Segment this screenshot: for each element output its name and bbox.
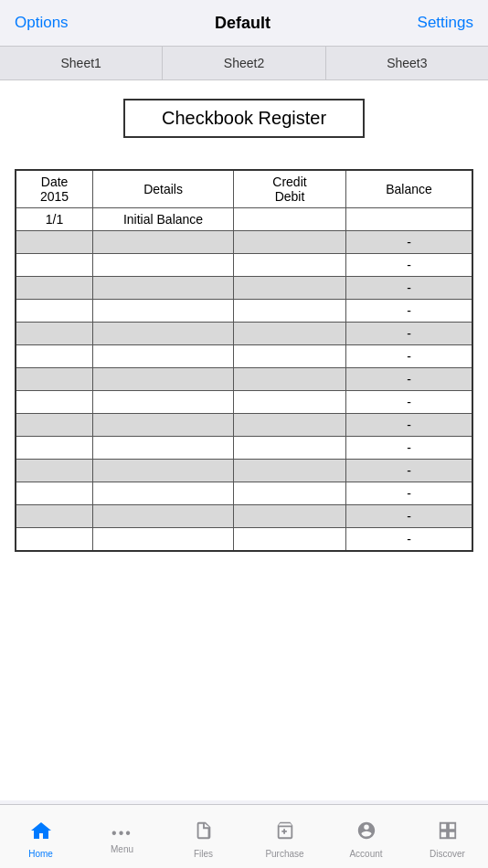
tab-sheet3[interactable]: Sheet3 <box>326 47 488 79</box>
tab-home[interactable]: Home <box>0 815 81 859</box>
tab-menu[interactable]: ••• Menu <box>81 820 163 854</box>
table-row[interactable]: - <box>16 460 472 482</box>
row-details <box>93 482 234 505</box>
row-date <box>16 414 93 437</box>
table-header-row: Date 2015 Details CreditDebit Balance <box>16 170 472 208</box>
table-row[interactable]: - <box>16 414 472 437</box>
account-icon <box>355 820 377 846</box>
row-credit <box>233 437 345 460</box>
header-credit-debit: CreditDebit <box>233 170 345 208</box>
tab-home-label: Home <box>28 849 53 859</box>
row-date <box>16 505 93 528</box>
row-details <box>93 528 234 552</box>
row-date <box>16 460 93 482</box>
row-balance: - <box>346 277 472 300</box>
initial-balance <box>346 208 472 231</box>
tab-account-label: Account <box>349 849 382 859</box>
row-date <box>16 368 93 391</box>
row-balance: - <box>346 300 472 323</box>
row-balance: - <box>346 528 472 552</box>
row-balance: - <box>346 460 472 482</box>
table-row[interactable]: - <box>16 528 472 552</box>
table-row[interactable]: - <box>16 254 472 277</box>
tab-account[interactable]: Account <box>325 815 407 859</box>
table-row[interactable]: - <box>16 231 472 254</box>
tab-files-label: Files <box>194 849 213 859</box>
table-row[interactable]: - <box>16 345 472 368</box>
table-row[interactable]: - <box>16 437 472 460</box>
row-balance: - <box>346 414 472 437</box>
row-balance: - <box>346 254 472 277</box>
options-button[interactable]: Options <box>15 14 69 32</box>
row-credit <box>233 414 345 437</box>
row-credit <box>233 300 345 323</box>
top-nav: Options Default Settings <box>0 0 488 46</box>
row-details <box>93 345 234 368</box>
register-title: Checkbook Register <box>162 108 326 129</box>
home-icon <box>29 820 53 846</box>
row-credit <box>233 460 345 482</box>
row-date <box>16 482 93 505</box>
row-details <box>93 277 234 300</box>
row-balance: - <box>346 482 472 505</box>
row-balance: - <box>346 368 472 391</box>
initial-date: 1/1 <box>16 208 93 231</box>
row-date <box>16 231 93 254</box>
row-date <box>16 437 93 460</box>
row-balance: - <box>346 505 472 528</box>
row-date <box>16 277 93 300</box>
row-details <box>93 300 234 323</box>
table-row[interactable]: - <box>16 368 472 391</box>
tab-menu-label: Menu <box>111 844 133 854</box>
row-date <box>16 300 93 323</box>
tab-purchase-label: Purchase <box>265 849 303 859</box>
row-credit <box>233 482 345 505</box>
row-details <box>93 460 234 482</box>
row-balance: - <box>346 231 472 254</box>
table-row[interactable]: - <box>16 323 472 345</box>
tab-sheet2[interactable]: Sheet2 <box>163 47 325 79</box>
tab-files[interactable]: Files <box>163 815 244 859</box>
files-icon <box>193 820 215 846</box>
register-title-box: Checkbook Register <box>123 99 365 138</box>
settings-button[interactable]: Settings <box>418 14 473 32</box>
tab-discover-label: Discover <box>430 849 465 859</box>
header-balance: Balance <box>346 170 472 208</box>
row-credit <box>233 505 345 528</box>
row-credit <box>233 391 345 414</box>
row-details <box>93 414 234 437</box>
table-row[interactable]: - <box>16 300 472 323</box>
row-details <box>93 437 234 460</box>
row-date <box>16 528 93 552</box>
initial-details: Initial Balance <box>93 208 234 231</box>
row-credit <box>233 254 345 277</box>
table-row[interactable]: - <box>16 482 472 505</box>
row-credit <box>233 231 345 254</box>
row-balance: - <box>346 437 472 460</box>
row-balance: - <box>346 323 472 345</box>
row-credit <box>233 277 345 300</box>
table-row[interactable]: - <box>16 391 472 414</box>
row-date <box>16 254 93 277</box>
tab-discover[interactable]: Discover <box>407 815 488 859</box>
row-details <box>93 254 234 277</box>
register-table: Date 2015 Details CreditDebit Balance 1/… <box>15 169 473 552</box>
main-content: Checkbook Register Date 2015 Details Cre… <box>0 80 488 800</box>
row-date <box>16 391 93 414</box>
initial-balance-row[interactable]: 1/1 Initial Balance <box>16 208 472 231</box>
table-row[interactable]: - <box>16 277 472 300</box>
row-details <box>93 391 234 414</box>
tab-bar: Home ••• Menu Files Purchase Account <box>0 804 488 868</box>
header-details: Details <box>93 170 234 208</box>
tab-purchase[interactable]: Purchase <box>244 815 325 859</box>
initial-credit <box>233 208 345 231</box>
table-row[interactable]: - <box>16 505 472 528</box>
row-details <box>93 368 234 391</box>
menu-icon: ••• <box>111 825 133 842</box>
row-balance: - <box>346 391 472 414</box>
row-balance: - <box>346 345 472 368</box>
purchase-icon <box>274 820 296 846</box>
row-credit <box>233 528 345 552</box>
tab-sheet1[interactable]: Sheet1 <box>0 47 163 79</box>
row-credit <box>233 368 345 391</box>
